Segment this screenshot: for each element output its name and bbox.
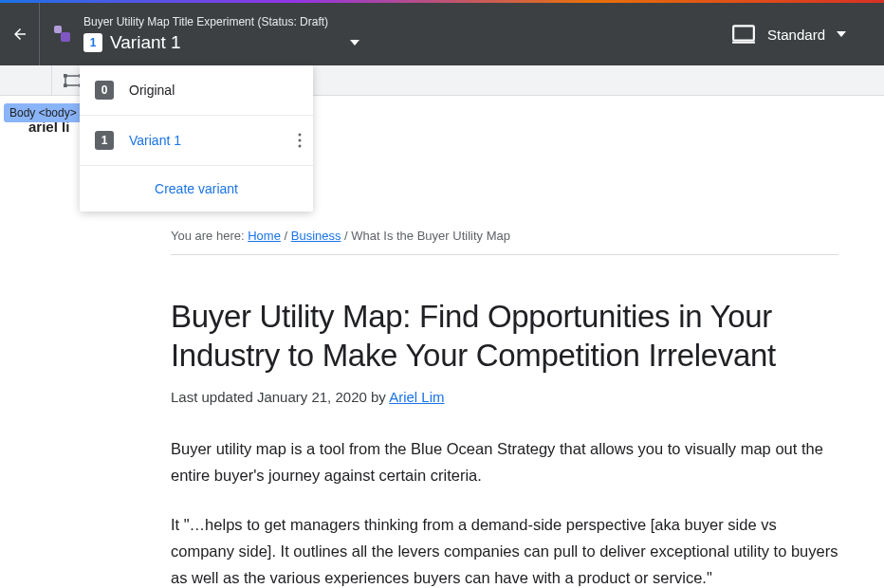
svg-point-11 — [299, 145, 302, 148]
optimize-logo-icon — [51, 23, 74, 46]
svg-rect-4 — [65, 76, 81, 85]
breadcrumb-current: / What Is the Buyer Utility Map — [341, 229, 509, 243]
dropdown-item-original[interactable]: 0 Original — [80, 65, 313, 116]
svg-rect-0 — [54, 26, 62, 33]
svg-point-9 — [299, 134, 302, 137]
chevron-down-icon — [837, 31, 846, 37]
toolbar-divider — [51, 65, 52, 96]
author-link[interactable]: Ariel Lim — [389, 389, 444, 405]
svg-rect-7 — [64, 84, 66, 87]
breadcrumb-sep: / — [281, 229, 291, 243]
article-paragraph: It "…helps to get managers thinking from… — [171, 511, 838, 588]
variant-selector[interactable]: 1 Variant 1 — [83, 32, 731, 53]
device-label: Standard — [767, 27, 825, 43]
back-button[interactable] — [0, 3, 40, 65]
dropdown-label: Original — [129, 83, 175, 98]
svg-rect-5 — [64, 74, 66, 77]
meta-date: Last updated January 21, 2020 by — [171, 389, 389, 405]
element-selector-tag[interactable]: Body <body> — [4, 103, 83, 122]
dropdown-label: Variant 1 — [129, 133, 181, 148]
optimize-logo — [40, 23, 83, 46]
dropdown-badge: 0 — [95, 81, 114, 100]
svg-rect-1 — [61, 32, 70, 42]
breadcrumb-prefix: You are here: — [171, 229, 248, 243]
desktop-icon — [731, 24, 756, 45]
dropdown-item-variant-1[interactable]: 1 Variant 1 — [80, 116, 313, 166]
arrow-left-icon — [11, 26, 28, 43]
article-paragraph: Buyer utility map is a tool from the Blu… — [171, 435, 838, 488]
article-title: Buyer Utility Map: Find Opportunities in… — [171, 297, 838, 376]
variant-badge: 1 — [83, 33, 102, 52]
dropdown-badge: 1 — [95, 131, 114, 150]
app-header: Buyer Utility Map Title Experiment (Stat… — [0, 3, 884, 65]
breadcrumb-home-link[interactable]: Home — [248, 229, 281, 243]
more-vert-icon — [298, 133, 302, 148]
more-options-button[interactable] — [298, 133, 302, 148]
variant-dropdown-menu: 0 Original 1 Variant 1 Create variant — [80, 65, 313, 211]
breadcrumb-business-link[interactable]: Business — [291, 229, 341, 243]
svg-rect-2 — [733, 26, 754, 40]
breadcrumb: You are here: Home / Business / What Is … — [171, 229, 838, 255]
experiment-title: Buyer Utility Map Title Experiment (Stat… — [83, 15, 731, 28]
article-body: Buyer utility map is a tool from the Blu… — [171, 435, 838, 589]
device-selector[interactable]: Standard — [731, 24, 884, 45]
chevron-down-icon — [350, 40, 359, 46]
title-area: Buyer Utility Map Title Experiment (Stat… — [83, 8, 731, 61]
variant-name: Variant 1 — [110, 32, 181, 53]
svg-point-10 — [299, 139, 302, 142]
create-variant-button[interactable]: Create variant — [80, 166, 313, 211]
article-meta: Last updated January 21, 2020 by Ariel L… — [171, 389, 838, 405]
